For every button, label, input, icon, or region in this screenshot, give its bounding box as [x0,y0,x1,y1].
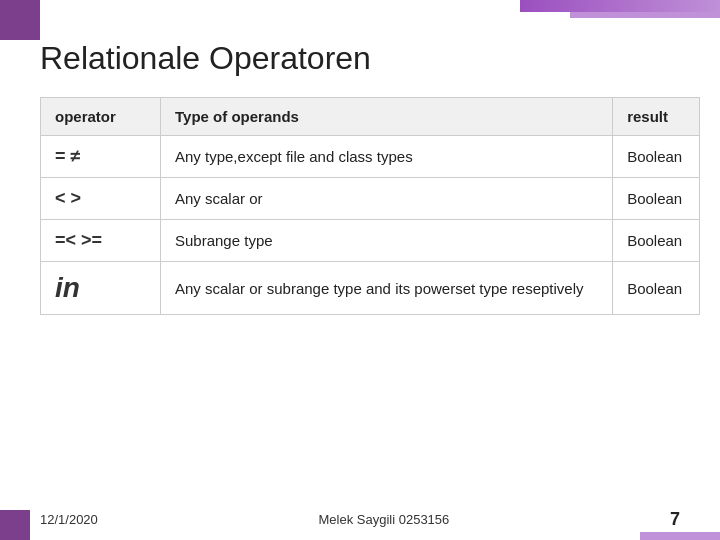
type-in: Any scalar or subrange type and its powe… [161,262,613,315]
footer-date: 12/1/2020 [40,512,98,527]
table-row: =< >= Subrange type Boolean [41,220,700,262]
result-lte-gte: Boolean [613,220,700,262]
bottom-right-decoration [640,532,720,540]
top-right-decoration [520,0,720,12]
table-row: in Any scalar or subrange type and its p… [41,262,700,315]
result-lt-gt: Boolean [613,178,700,220]
header-result: result [613,98,700,136]
header-type: Type of operands [161,98,613,136]
header-operator: operator [41,98,161,136]
footer-page-number: 7 [670,509,680,530]
result-in: Boolean [613,262,700,315]
result-equals: Boolean [613,136,700,178]
page-title: Relationale Operatoren [40,40,700,77]
operator-equals-notequals: = ≠ [41,136,161,178]
operator-lt-gt: < > [41,178,161,220]
accent-bar-top [570,12,720,18]
operators-table: operator Type of operands result = ≠ Any… [40,97,700,315]
type-lte-gte: Subrange type [161,220,613,262]
page-content: Relationale Operatoren operator Type of … [40,30,700,510]
table-header-row: operator Type of operands result [41,98,700,136]
top-left-decoration [0,0,40,40]
footer-credit: Melek Saygili 0253156 [319,512,450,527]
table-row: = ≠ Any type,except file and class types… [41,136,700,178]
footer: 12/1/2020 Melek Saygili 0253156 7 [0,509,720,530]
operator-in: in [41,262,161,315]
operator-lte-gte: =< >= [41,220,161,262]
type-equals: Any type,except file and class types [161,136,613,178]
table-row: < > Any scalar or Boolean [41,178,700,220]
type-lt-gt: Any scalar or [161,178,613,220]
